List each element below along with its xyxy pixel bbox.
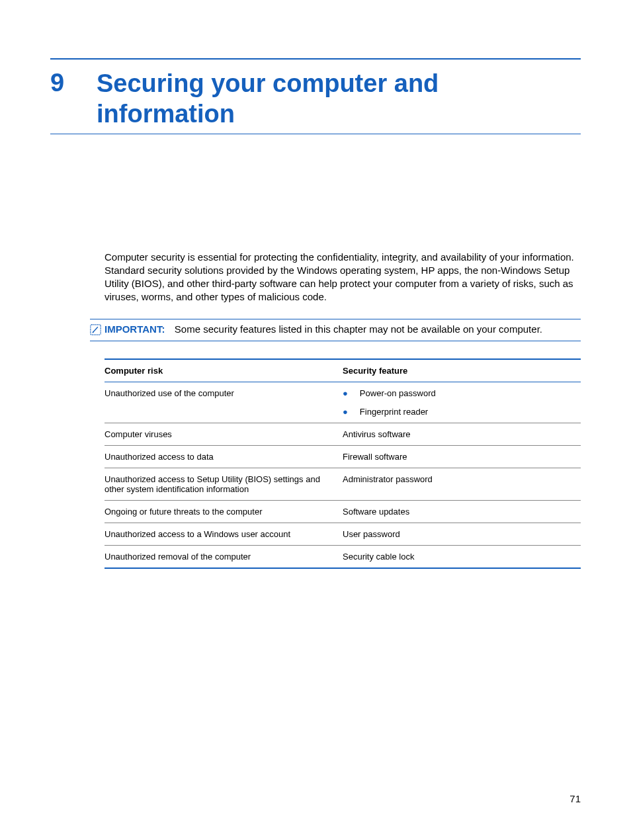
table-header-row: Computer risk Security feature bbox=[105, 359, 581, 382]
feature-bullet-list: ●Power-on password ●Fingerprint reader bbox=[343, 388, 568, 417]
risk-cell: Ongoing or future threats to the compute… bbox=[105, 501, 343, 523]
important-note: IMPORTANT: Some security features listed… bbox=[90, 319, 581, 341]
feature-cell: Software updates bbox=[343, 501, 581, 523]
note-icon bbox=[90, 324, 101, 335]
feature-cell: Firewall software bbox=[343, 446, 581, 468]
feature-text: Fingerprint reader bbox=[360, 407, 428, 417]
risk-cell: Unauthorized access to a Windows user ac… bbox=[105, 523, 343, 546]
list-item: ●Power-on password bbox=[343, 388, 568, 407]
feature-cell: Security cable lock bbox=[343, 546, 581, 569]
risk-cell: Unauthorized access to Setup Utility (BI… bbox=[105, 468, 343, 501]
risk-cell: Unauthorized use of the computer bbox=[105, 382, 343, 423]
risk-feature-table: Computer risk Security feature Unauthori… bbox=[105, 358, 581, 569]
table-header-risk: Computer risk bbox=[105, 359, 343, 382]
chapter-heading: 9 Securing your computer and information bbox=[50, 69, 581, 129]
table-row: Unauthorized use of the computer ●Power-… bbox=[105, 382, 581, 423]
intro-paragraph: Computer security is essential for prote… bbox=[105, 251, 581, 303]
table-row: Unauthorized access to data Firewall sof… bbox=[105, 446, 581, 468]
feature-cell: User password bbox=[343, 523, 581, 546]
table-row: Ongoing or future threats to the compute… bbox=[105, 501, 581, 523]
feature-cell: Administrator password bbox=[343, 468, 581, 501]
feature-cell: ●Power-on password ●Fingerprint reader bbox=[343, 382, 581, 423]
chapter-number: 9 bbox=[50, 69, 77, 98]
table-row: Unauthorized access to Setup Utility (BI… bbox=[105, 468, 581, 501]
table-row: Unauthorized removal of the computer Sec… bbox=[105, 546, 581, 569]
feature-text: Power-on password bbox=[360, 388, 436, 398]
table-row: Unauthorized access to a Windows user ac… bbox=[105, 523, 581, 546]
top-rule bbox=[50, 58, 581, 60]
list-item: ●Fingerprint reader bbox=[343, 407, 568, 417]
risk-cell: Unauthorized access to data bbox=[105, 446, 343, 468]
chapter-title: Securing your computer and information bbox=[97, 69, 581, 129]
risk-cell: Unauthorized removal of the computer bbox=[105, 546, 343, 569]
table-row: Computer viruses Antivirus software bbox=[105, 423, 581, 446]
chapter-rule bbox=[50, 134, 581, 134]
page-number: 71 bbox=[569, 793, 581, 804]
table-header-feature: Security feature bbox=[343, 359, 581, 382]
feature-cell: Antivirus software bbox=[343, 423, 581, 446]
risk-cell: Computer viruses bbox=[105, 423, 343, 446]
bullet-icon: ● bbox=[343, 389, 348, 398]
bullet-icon: ● bbox=[343, 407, 348, 416]
note-text: Some security features listed in this ch… bbox=[175, 323, 542, 335]
note-label: IMPORTANT: bbox=[105, 323, 165, 335]
